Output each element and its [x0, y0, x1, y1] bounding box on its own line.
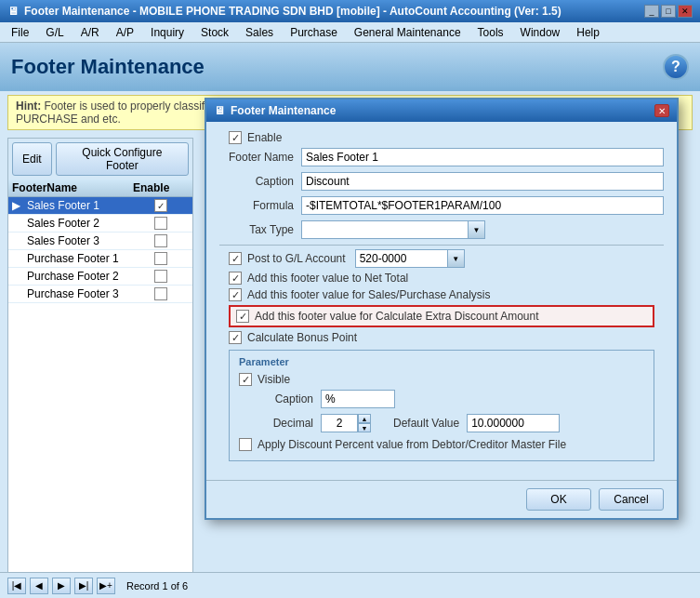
enable-cell-checkbox[interactable]: [154, 252, 167, 265]
param-caption-input[interactable]: [321, 390, 395, 408]
menu-general-maintenance[interactable]: General Maintenance: [347, 24, 469, 41]
quick-configure-footer-button[interactable]: Quick Configure Footer: [56, 142, 189, 176]
menu-file[interactable]: File: [4, 24, 36, 41]
formula-label: Formula: [219, 199, 294, 212]
parameter-title: Parameter: [239, 356, 644, 367]
table-row[interactable]: Sales Footer 2: [8, 215, 192, 233]
menu-bar: File G/L A/R A/P Inquiry Stock Sales Pur…: [0, 22, 700, 43]
tax-type-label: Tax Type: [219, 223, 294, 236]
enable-row: Enable: [229, 131, 664, 144]
menu-sales[interactable]: Sales: [238, 24, 281, 41]
nav-new-button[interactable]: ▶+: [97, 578, 115, 594]
decimal-label: Decimal: [239, 417, 313, 430]
tax-type-dropdown[interactable]: ▼: [469, 220, 485, 239]
menu-ar[interactable]: A/R: [73, 24, 107, 41]
nav-last-button[interactable]: ▶|: [74, 578, 93, 594]
col-enable: Enable: [133, 181, 189, 194]
decimal-spinner: ▲ ▼: [321, 414, 371, 432]
table-row[interactable]: Purchase Footer 2: [8, 268, 192, 286]
footer-name-label: Footer Name: [219, 151, 294, 164]
decimal-up-button[interactable]: ▲: [358, 414, 371, 423]
enable-cell-checkbox[interactable]: [154, 199, 167, 212]
row-indicator: ▶: [12, 199, 23, 212]
net-total-checkbox[interactable]: [229, 272, 242, 285]
decimal-row: Decimal ▲ ▼ Default Value: [239, 414, 644, 432]
sales-analysis-checkbox[interactable]: [229, 288, 242, 301]
maximize-button[interactable]: □: [661, 5, 676, 18]
footer-name-cell: Purchase Footer 2: [27, 270, 119, 283]
nav-first-button[interactable]: |◀: [7, 578, 26, 594]
footer-name-cell: Sales Footer 3: [27, 234, 99, 247]
post-gl-row: Post to G/L Account ▼: [229, 249, 664, 268]
menu-ap[interactable]: A/P: [109, 24, 141, 41]
enable-cell-checkbox[interactable]: [154, 270, 167, 283]
footer-maintenance-dialog: 🖥 Footer Maintenance ✕ Enable Footer Nam…: [205, 98, 679, 520]
tax-type-row: Tax Type ▼: [219, 220, 664, 239]
menu-purchase[interactable]: Purchase: [283, 24, 345, 41]
modal-footer: OK Cancel: [206, 480, 677, 518]
app-icon: 🖥: [7, 5, 19, 18]
extra-discount-row: Add this footer value for Calculate Extr…: [229, 305, 654, 327]
extra-discount-checkbox[interactable]: [236, 310, 249, 323]
page-title: Footer Maintenance: [11, 55, 205, 79]
apply-discount-label: Apply Discount Percent value from Debtor…: [258, 438, 566, 451]
gl-account-dropdown[interactable]: ▼: [448, 249, 465, 268]
bonus-point-label: Calculate Bonus Point: [247, 331, 357, 344]
table-row[interactable]: Sales Footer 3: [8, 233, 192, 250]
menu-inquiry[interactable]: Inquiry: [143, 24, 192, 41]
enable-cell-checkbox[interactable]: [154, 287, 167, 300]
col-footer-name: FooterName: [12, 181, 133, 194]
modal-title-bar: 🖥 Footer Maintenance ✕: [206, 100, 677, 122]
visible-label: Visible: [258, 373, 290, 386]
sales-analysis-row: Add this footer value for Sales/Purchase…: [229, 288, 664, 301]
menu-gl[interactable]: G/L: [38, 24, 71, 41]
modal-body: Enable Footer Name Caption Formula Tax T…: [206, 122, 677, 476]
nav-next-button[interactable]: ▶: [52, 578, 71, 594]
nav-prev-button[interactable]: ◀: [30, 578, 48, 594]
menu-window[interactable]: Window: [513, 24, 568, 41]
table-header: FooterName Enable: [8, 179, 192, 197]
footer-name-row: Footer Name: [219, 148, 664, 166]
table-row[interactable]: ▶ Sales Footer 1: [8, 197, 192, 215]
gl-account-input[interactable]: [355, 249, 448, 268]
menu-stock[interactable]: Stock: [193, 24, 236, 41]
caption-input[interactable]: [301, 172, 664, 191]
default-value-input[interactable]: [467, 414, 560, 432]
decimal-down-button[interactable]: ▼: [358, 423, 371, 432]
bonus-point-checkbox[interactable]: [229, 331, 242, 344]
footer-name-cell: Sales Footer 1: [27, 199, 99, 212]
help-button[interactable]: ?: [663, 54, 689, 80]
close-button[interactable]: ✕: [678, 5, 693, 18]
modal-icon: 🖥: [214, 104, 225, 117]
post-gl-checkbox[interactable]: [229, 252, 242, 265]
formula-input[interactable]: [301, 196, 664, 215]
visible-row: Visible: [239, 373, 644, 386]
net-total-label: Add this footer value to Net Total: [247, 272, 408, 285]
decimal-input[interactable]: [321, 414, 358, 432]
visible-checkbox[interactable]: [239, 373, 252, 386]
minimize-button[interactable]: _: [644, 5, 659, 18]
table-row[interactable]: Purchase Footer 3: [8, 286, 192, 303]
enable-cell-checkbox[interactable]: [154, 217, 167, 230]
footer-table: ▶ Sales Footer 1 Sales Footer 2 Sales Fo…: [8, 197, 192, 303]
enable-cell-checkbox[interactable]: [154, 234, 167, 247]
footer-name-cell: Sales Footer 2: [27, 217, 99, 230]
menu-tools[interactable]: Tools: [470, 24, 511, 41]
table-row[interactable]: Purchase Footer 1: [8, 250, 192, 268]
ok-button[interactable]: OK: [526, 488, 591, 511]
footer-name-input[interactable]: [301, 148, 664, 166]
enable-checkbox[interactable]: [229, 131, 242, 144]
edit-button[interactable]: Edit: [12, 142, 52, 176]
post-gl-label: Post to G/L Account: [247, 252, 346, 265]
menu-help[interactable]: Help: [569, 24, 607, 41]
cancel-button[interactable]: Cancel: [599, 488, 664, 511]
sales-analysis-label: Add this footer value for Sales/Purchase…: [247, 288, 490, 301]
footer-name-cell: Purchase Footer 3: [27, 287, 119, 300]
tax-type-input[interactable]: [301, 220, 469, 239]
bonus-point-row: Calculate Bonus Point: [229, 331, 664, 344]
extra-discount-label: Add this footer value for Calculate Extr…: [255, 310, 539, 323]
apply-discount-checkbox[interactable]: [239, 438, 252, 451]
modal-close-button[interactable]: ✕: [654, 104, 669, 117]
enable-label: Enable: [247, 131, 282, 144]
header-area: Footer Maintenance ?: [0, 43, 700, 91]
